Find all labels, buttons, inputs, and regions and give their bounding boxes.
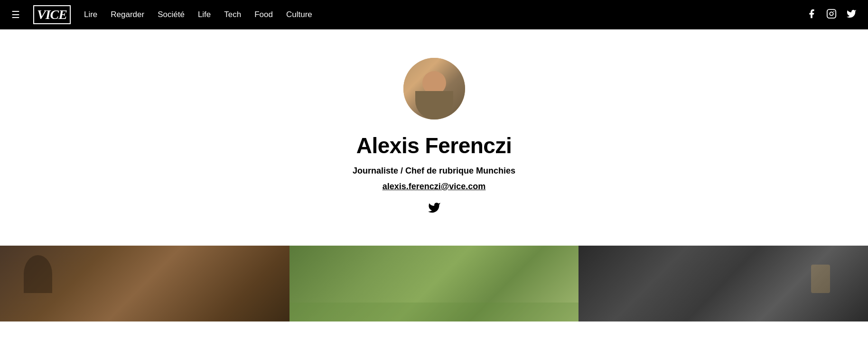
- author-twitter-link[interactable]: [428, 201, 441, 217]
- thumbnail-3[interactable]: [579, 246, 868, 321]
- nav-item-life[interactable]: Life: [198, 10, 211, 19]
- svg-point-1: [830, 12, 833, 15]
- main-header: ☰ VICE Lire Regarder Société Life Tech: [0, 0, 868, 29]
- twitter-icon[interactable]: [846, 9, 857, 21]
- nav-item-regarder[interactable]: Regarder: [111, 10, 144, 19]
- nav-link-lire[interactable]: Lire: [84, 10, 97, 19]
- thumbnail-2[interactable]: [289, 246, 579, 321]
- nav-item-societe[interactable]: Société: [158, 10, 185, 19]
- nav-item-tech[interactable]: Tech: [224, 10, 241, 19]
- instagram-icon[interactable]: [826, 9, 837, 21]
- nav-item-food[interactable]: Food: [254, 10, 273, 19]
- nav-link-regarder[interactable]: Regarder: [111, 10, 144, 19]
- hamburger-menu-icon[interactable]: ☰: [11, 9, 20, 20]
- nav-item-culture[interactable]: Culture: [286, 10, 312, 19]
- author-title: Journaliste / Chef de rubrique Munchies: [353, 166, 515, 176]
- svg-point-2: [833, 11, 834, 12]
- thumbnail-1[interactable]: [0, 246, 289, 321]
- twitter-bird-icon: [428, 201, 441, 214]
- main-nav: Lire Regarder Société Life Tech Food: [84, 10, 312, 19]
- author-name: Alexis Ferenczi: [356, 133, 512, 158]
- nav-item-lire[interactable]: Lire: [84, 10, 97, 19]
- facebook-icon[interactable]: [806, 9, 817, 21]
- header-right: [806, 9, 857, 21]
- avatar-image: [403, 58, 465, 119]
- profile-section: Alexis Ferenczi Journaliste / Chef de ru…: [0, 29, 868, 246]
- nav-links: Lire Regarder Société Life Tech Food: [84, 10, 312, 19]
- author-email[interactable]: alexis.ferenczi@vice.com: [383, 182, 486, 192]
- vice-logo[interactable]: VICE: [33, 5, 71, 24]
- nav-link-societe[interactable]: Société: [158, 10, 185, 19]
- svg-rect-0: [827, 9, 836, 18]
- avatar: [403, 58, 465, 119]
- nav-link-food[interactable]: Food: [254, 10, 273, 19]
- thumbnails-row: [0, 246, 868, 321]
- nav-link-culture[interactable]: Culture: [286, 10, 312, 19]
- nav-link-life[interactable]: Life: [198, 10, 211, 19]
- nav-link-tech[interactable]: Tech: [224, 10, 241, 19]
- header-left: ☰ VICE Lire Regarder Société Life Tech: [11, 5, 312, 24]
